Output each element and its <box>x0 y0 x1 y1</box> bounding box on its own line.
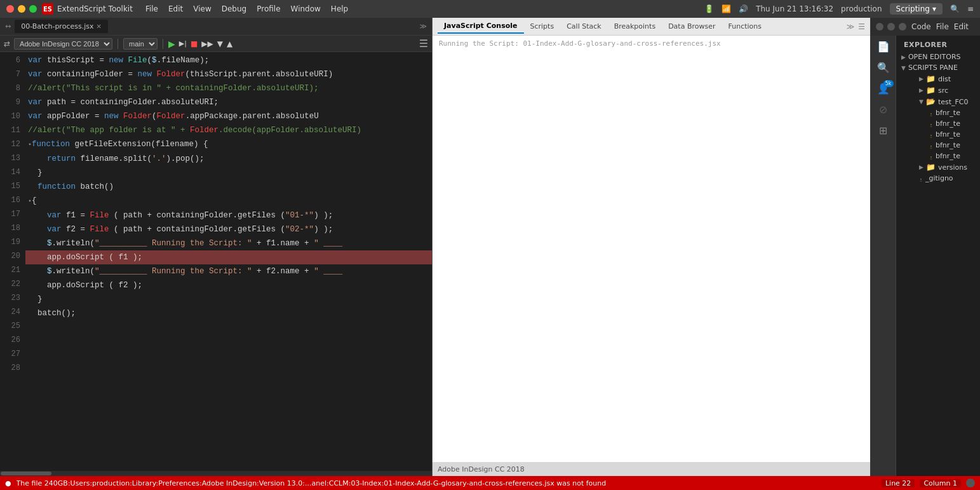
tree-item-versions[interactable]: ▶ 📁 versions <box>909 161 980 173</box>
tab-breakpoints[interactable]: Breakpoints <box>608 20 662 33</box>
tree-item-dist[interactable]: ▶ 📁 dist <box>909 73 980 85</box>
vscode-menu-file[interactable]: File <box>936 22 949 31</box>
chevron-down-icon: ▼ <box>919 99 923 105</box>
code-line-24: app.doScript ( f2 ); <box>25 278 432 292</box>
menu-file[interactable]: File <box>145 4 158 13</box>
pages-icon[interactable]: ⊞ <box>879 125 887 137</box>
tree-item-label-versions: versions <box>938 163 967 172</box>
code-line-25: } <box>25 292 432 306</box>
file-icon: ⍚ <box>919 175 923 182</box>
tab-javascript-console[interactable]: JavaScript Console <box>438 19 524 34</box>
expand-icon[interactable]: ↔ <box>5 22 11 31</box>
maximize-button[interactable] <box>29 5 37 13</box>
scripts-panel-section[interactable]: ▼ SCRIPTS PANE <box>896 62 980 73</box>
traffic-lights <box>6 5 37 13</box>
target-app-select[interactable]: Adobe InDesign CC 2018 <box>14 38 112 50</box>
step-over-button[interactable]: ▶▶ <box>201 39 213 48</box>
chevron-right-icon: ▶ <box>919 76 923 82</box>
source-control-icon-wrapper: 👤 5k <box>877 83 890 95</box>
tree-item-gitignore[interactable]: ⍚ _gitigno <box>909 173 980 184</box>
wifi-icon: 📶 <box>722 4 731 13</box>
menu-profile[interactable]: Profile <box>257 4 280 13</box>
vscode-menu-edit[interactable]: Edit <box>954 22 969 31</box>
console-collapse-icon[interactable]: ≫ <box>847 22 855 31</box>
toolbar-menu-icon[interactable]: ☰ <box>419 37 428 50</box>
tree-item-label-test-fco: test_FC0 <box>938 98 969 106</box>
console-pane: JavaScript Console Scripts Call Stack Br… <box>432 18 870 476</box>
step-out-button[interactable]: ▲ <box>227 39 232 48</box>
vscode-tl-1 <box>876 23 883 31</box>
tab-close-button[interactable]: ✕ <box>96 23 101 30</box>
stop-button[interactable]: ■ <box>191 39 198 48</box>
editor-tab[interactable]: 00-Batch-process.jsx ✕ <box>15 20 108 33</box>
tree-item-test-fco[interactable]: ▼ 📂 test_FC0 <box>909 96 980 107</box>
scripting-workspace-button[interactable]: Scripting ▾ <box>890 3 943 15</box>
tree-item-bfnr-4[interactable]: ⍚ bfnr_te <box>919 140 980 151</box>
line-numbers: 678910 1112131415 1617181920 2122232425 … <box>0 52 25 471</box>
menu-view[interactable]: View <box>193 4 211 13</box>
vscode-menu-code[interactable]: Code <box>911 22 931 31</box>
folder-open-icon: 📂 <box>926 97 936 106</box>
chevron-right-icon: ▶ <box>901 54 906 60</box>
more-icon[interactable]: ≫ <box>419 22 427 31</box>
step-into-button[interactable]: ▼ <box>217 39 223 48</box>
tree-item-label-dist: dist <box>938 75 951 83</box>
console-tab-bar: JavaScript Console Scripts Call Stack Br… <box>433 18 870 36</box>
file-icon: ⍚ <box>929 153 933 160</box>
user-label: production <box>841 4 882 13</box>
scrollbar-thumb[interactable] <box>1 472 51 475</box>
tab-scripts[interactable]: Scripts <box>524 20 561 33</box>
tree-root: ▶ 📁 dist ▶ 📁 src ▼ 📂 test_FC0 ⍚ <box>896 73 980 184</box>
code-line-28: batch(); <box>25 306 432 320</box>
horizontal-scrollbar[interactable] <box>0 471 432 476</box>
code-line-13: return filename.split('.').pop(); <box>25 152 432 166</box>
minimize-button[interactable] <box>18 5 25 13</box>
tree-item-bfnr-2[interactable]: ⍚ bfnr_te <box>919 118 980 129</box>
branch-select[interactable]: main <box>123 38 158 50</box>
file-icon: ⍚ <box>929 109 933 116</box>
open-editors-section[interactable]: ▶ OPEN EDITORS <box>896 51 980 62</box>
menu-debug[interactable]: Debug <box>222 4 246 13</box>
close-button[interactable] <box>6 5 14 13</box>
vscode-body: 📄 🔍 👤 5k ⊘ ⊞ EXPLORER ▶ OPEN EDITORS ▼ S… <box>871 36 980 476</box>
tree-item-bfnr-3[interactable]: ⍚ bfnr_te <box>919 129 980 140</box>
code-content: var thisScript = new File($.fileName); v… <box>25 52 432 471</box>
vscode-tl-3 <box>899 23 906 31</box>
tab-call-stack[interactable]: Call Stack <box>560 20 607 33</box>
console-menu-icon[interactable]: ☰ <box>858 22 865 31</box>
tree-item-bfnr-5[interactable]: ⍚ bfnr_te <box>919 151 980 161</box>
scripts-panel-label: SCRIPTS PANE <box>908 64 958 72</box>
battery-icon: 🔋 <box>704 4 714 13</box>
explorer-panel: EXPLORER ▶ OPEN EDITORS ▼ SCRIPTS PANE ▶… <box>896 36 980 476</box>
tree-item-label-bfnr-1: bfnr_te <box>936 109 960 117</box>
tree-item-src[interactable]: ▶ 📁 src <box>909 85 980 96</box>
code-editor[interactable]: 678910 1112131415 1617181920 2122232425 … <box>0 52 432 471</box>
menu-edit[interactable]: Edit <box>168 4 183 13</box>
folder-icon: 📁 <box>926 163 936 172</box>
status-column: Column 1 <box>920 479 961 487</box>
search-sidebar-icon[interactable]: 🔍 <box>877 62 890 74</box>
system-icons: 🔋 📶 🔊 Thu Jun 21 13:16:32 production Scr… <box>704 3 974 15</box>
status-message: The file 240GB:Users:production:Library:… <box>17 479 876 487</box>
menu-help[interactable]: Help <box>331 4 348 13</box>
run-button[interactable]: ▶ <box>168 39 175 49</box>
run-to-cursor-button[interactable]: ▶| <box>179 39 187 48</box>
tab-data-browser[interactable]: Data Browser <box>662 20 722 33</box>
source-control-badge: 5k <box>883 80 894 87</box>
console-output: Running the Script: 01-Index-Add-G-glosa… <box>433 36 870 462</box>
code-line-12: ▪function getFileExtension(filename) { <box>25 137 432 152</box>
explorer-icon[interactable]: 📄 <box>877 41 890 53</box>
error-icon: ● <box>5 479 11 487</box>
menu-window[interactable]: Window <box>291 4 321 13</box>
console-statusbar: Adobe InDesign CC 2018 <box>433 462 870 476</box>
code-line-18: var f1 = File ( path + containingFolder.… <box>25 208 432 222</box>
menu-icon[interactable]: ≡ <box>967 4 974 13</box>
tab-functions[interactable]: Functions <box>722 20 768 33</box>
vscode-titlebar: Code File Edit <box>871 18 980 36</box>
code-line-11: //alert("The app folder is at " + Folder… <box>25 123 432 137</box>
editor-toolbar: ⇄ Adobe InDesign CC 2018 main ▶ ▶| ■ ▶▶ … <box>0 36 432 52</box>
code-line-15: function batch() <box>25 180 432 194</box>
no-icon[interactable]: ⊘ <box>879 104 887 116</box>
search-icon[interactable]: 🔍 <box>950 4 960 13</box>
tree-item-bfnr-1[interactable]: ⍚ bfnr_te <box>919 107 980 118</box>
